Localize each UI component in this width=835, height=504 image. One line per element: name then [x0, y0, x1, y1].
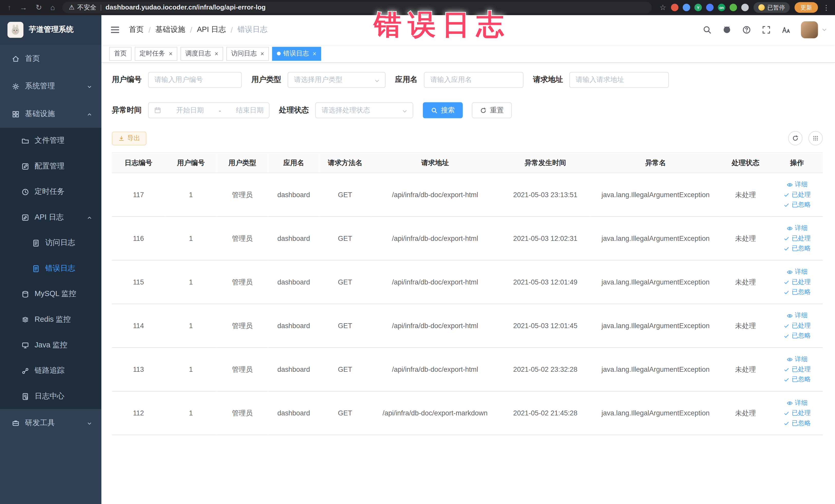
breadcrumb-item-1[interactable]: 基础设施 [156, 25, 185, 35]
breadcrumb-item-2[interactable]: API 日志 [197, 25, 226, 35]
bookmark-star-icon[interactable]: ☆ [659, 3, 666, 12]
sidebar-item-6[interactable]: API 日志 [0, 205, 101, 230]
action-detail[interactable]: 详细 [773, 180, 821, 189]
action-detail[interactable]: 详细 [773, 354, 821, 364]
reload-icon[interactable]: ↻ [36, 4, 42, 11]
action-detail[interactable]: 详细 [773, 311, 821, 321]
tab-4[interactable]: 错误日志× [272, 47, 321, 61]
action-processed[interactable]: 已处理 [773, 321, 821, 331]
action-processed[interactable]: 已处理 [773, 277, 821, 287]
sidebar-item-13[interactable]: 日志中心 [0, 384, 101, 409]
tab-3[interactable]: 访问日志× [226, 47, 269, 61]
browser-menu-icon[interactable]: ⋮ [823, 3, 830, 11]
cell-actions: 详细已处理已忽略 [771, 304, 823, 348]
sidebar-item-10[interactable]: Redis 监控 [0, 307, 101, 332]
sidebar-item-12[interactable]: 链路追踪 [0, 358, 101, 384]
paused-badge[interactable]: 已暂停 [754, 2, 790, 13]
action-ignored[interactable]: 已忽略 [773, 331, 821, 341]
exception-time-range-picker[interactable]: 开始日期 - 结束日期 [148, 102, 269, 118]
cell-url: /api/infra/db-doc/export-markdown [371, 391, 500, 435]
address-bar[interactable]: ⚠ 不安全 | dashboard.yudao.iocoder.cn/infra… [62, 2, 652, 13]
sidebar-item-11[interactable]: Java 监控 [0, 332, 101, 358]
action-detail[interactable]: 详细 [773, 223, 821, 233]
close-icon[interactable]: × [169, 50, 173, 57]
action-processed[interactable]: 已处理 [773, 408, 821, 418]
eye-icon [786, 356, 793, 363]
user-type-select[interactable]: 请选择用户类型 [287, 72, 386, 88]
sidebar-item-3[interactable]: 文件管理 [0, 128, 101, 154]
close-icon[interactable]: × [261, 50, 264, 57]
column-header-url: 请求地址 [371, 153, 500, 173]
sidebar-item-5[interactable]: 定时任务 [0, 179, 101, 205]
action-label: 已忽略 [792, 287, 811, 297]
filter-user-type: 用户类型 请选择用户类型 [251, 72, 386, 88]
action-processed[interactable]: 已处理 [773, 190, 821, 200]
column-header-user-id: 用户编号 [165, 153, 217, 173]
user-id-input[interactable]: 请输入用户编号 [148, 72, 242, 88]
close-icon[interactable]: × [313, 50, 317, 57]
update-button[interactable]: 更新 [794, 2, 818, 13]
action-ignored[interactable]: 已忽略 [773, 200, 821, 210]
font-size-icon[interactable] [781, 25, 791, 35]
back-icon[interactable]: ↑ [7, 4, 11, 11]
reset-button[interactable]: 重置 [472, 102, 512, 118]
cell-user-id: 1 [165, 304, 217, 348]
action-label: 详细 [795, 267, 808, 277]
close-icon[interactable]: × [215, 50, 219, 57]
action-detail[interactable]: 详细 [773, 398, 821, 408]
sidebar-item-2[interactable]: 基础设施 [0, 100, 101, 128]
status-select[interactable]: 请选择处理状态 [315, 102, 413, 118]
user-type-placeholder: 请选择用户类型 [294, 75, 342, 85]
fullscreen-icon[interactable] [761, 25, 771, 35]
refresh-table-button[interactable] [788, 131, 802, 145]
logo[interactable]: 芋道管理系统 [0, 15, 101, 45]
active-tab-dot [277, 52, 281, 56]
user-menu[interactable] [801, 21, 828, 38]
home-icon[interactable]: ⌂ [50, 4, 55, 11]
chevron-up-icon [86, 111, 93, 117]
sidebar-item-14[interactable]: 研发工具 [0, 409, 101, 437]
request-url-input[interactable]: 请输入请求地址 [569, 72, 669, 88]
extension-icon-3[interactable] [706, 4, 714, 11]
app-name-input[interactable]: 请输入应用名 [424, 72, 523, 88]
extension-icon-6[interactable] [741, 4, 749, 11]
check-icon [783, 279, 790, 285]
tab-2[interactable]: 调度日志× [180, 47, 223, 61]
action-ignored[interactable]: 已忽略 [773, 418, 821, 428]
sidebar-item-4[interactable]: 配置管理 [0, 153, 101, 179]
cell-user-type: 管理员 [217, 217, 268, 260]
search-button[interactable]: 搜索 [423, 102, 463, 118]
column-settings-button[interactable] [808, 131, 823, 145]
tab-0[interactable]: 首页 [109, 47, 131, 61]
sidebar-item-7[interactable]: 访问日志 [0, 230, 101, 256]
action-ignored[interactable]: 已忽略 [773, 243, 821, 254]
export-button[interactable]: 导出 [112, 131, 147, 145]
sidebar-item-label: 访问日志 [45, 238, 75, 247]
breadcrumb-item-0[interactable]: 首页 [129, 25, 144, 35]
status-label: 处理状态 [279, 105, 309, 115]
search-icon[interactable] [702, 25, 712, 35]
extension-icon-5[interactable] [730, 4, 737, 11]
extension-icon-2[interactable]: Y [694, 4, 702, 11]
collapse-sidebar-icon[interactable] [109, 24, 120, 35]
extension-icon-1[interactable] [683, 4, 690, 11]
tab-1[interactable]: 定时任务× [135, 47, 177, 61]
status-placeholder: 请选择处理状态 [322, 105, 370, 115]
check-icon [783, 377, 790, 383]
github-icon[interactable] [722, 25, 732, 35]
sidebar-item-8[interactable]: 错误日志 [0, 256, 101, 281]
sidebar-item-0[interactable]: 首页 [0, 45, 101, 73]
action-detail[interactable]: 详细 [773, 267, 821, 277]
extension-icon-0[interactable] [671, 4, 678, 11]
sidebar-item-9[interactable]: MySQL 监控 [0, 281, 101, 307]
action-ignored[interactable]: 已忽略 [773, 374, 821, 384]
action-processed[interactable]: 已处理 [773, 364, 821, 374]
help-icon[interactable] [742, 25, 751, 35]
tab-label: 首页 [114, 49, 127, 58]
action-processed[interactable]: 已处理 [773, 234, 821, 243]
extension-icon-4[interactable]: on [718, 4, 726, 11]
security-indicator[interactable]: ⚠ 不安全 [69, 3, 96, 12]
forward-icon[interactable]: → [20, 4, 27, 11]
sidebar-item-1[interactable]: 系统管理 [0, 73, 101, 100]
action-ignored[interactable]: 已忽略 [773, 287, 821, 297]
